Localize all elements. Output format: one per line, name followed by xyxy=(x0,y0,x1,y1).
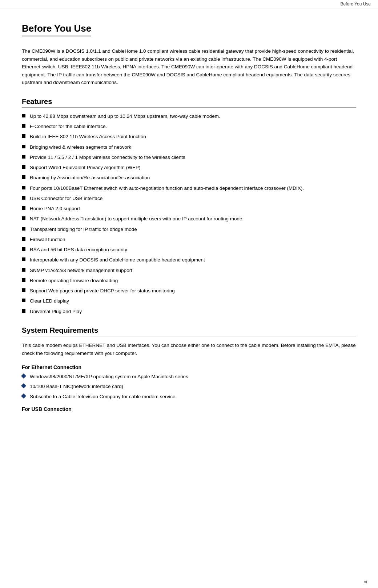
feature-list-item: F-Connector for the cable interface. xyxy=(22,123,356,130)
diamond-icon xyxy=(21,383,26,388)
feature-list-item: RSA and 56 bit DES data encryption secur… xyxy=(22,246,356,253)
feature-list-item: Firewall function xyxy=(22,236,356,243)
feature-item-text: Build-in IEEE 802.11b Wireless Access Po… xyxy=(30,133,146,140)
ethernet-list-item: Subscribe to a Cable Television Company … xyxy=(22,393,356,400)
feature-item-text: Clear LED display xyxy=(30,297,69,305)
feature-list-item: Transparent bridging for IP traffic for … xyxy=(22,226,356,233)
feature-list-item: Four ports 10/100BaseT Ethernet switch w… xyxy=(22,185,356,192)
bullet-icon xyxy=(22,288,25,292)
bullet-icon xyxy=(22,257,25,261)
feature-item-text: Remote operating firmware downloading xyxy=(30,277,118,284)
feature-list-item: Support Web pages and private DHCP serve… xyxy=(22,287,356,295)
ethernet-item-text: 10/100 Base-T NIC(network interface card… xyxy=(30,383,123,390)
feature-item-text: Four ports 10/100BaseT Ethernet switch w… xyxy=(30,185,304,192)
usb-connection-heading: For USB Connection xyxy=(22,406,356,412)
bullet-icon xyxy=(22,196,25,200)
header-title: Before You Use xyxy=(341,1,371,7)
ethernet-list-item: Windows98/2000/NT/ME/XP operating system… xyxy=(22,373,356,380)
bullet-icon xyxy=(22,247,25,251)
feature-list-item: Remote operating firmware downloading xyxy=(22,277,356,284)
intro-paragraph: The CME090W is a DOCSIS 1.0/1.1 and Cabl… xyxy=(22,47,356,87)
feature-item-text: Up to 42.88 Mbps downstream and up to 10… xyxy=(30,113,220,120)
feature-item-text: F-Connector for the cable interface. xyxy=(30,123,107,130)
bullet-icon xyxy=(22,268,25,272)
feature-list-item: Home PNA 2.0 support xyxy=(22,205,356,212)
feature-list-item: Provide 11 / 5.5 / 2 / 1 Mbps wireless c… xyxy=(22,154,356,161)
header-bar: Before You Use xyxy=(0,0,378,8)
ethernet-list-item: 10/100 Base-T NIC(network interface card… xyxy=(22,383,356,390)
features-list: Up to 42.88 Mbps downstream and up to 10… xyxy=(22,113,356,315)
feature-list-item: Up to 42.88 Mbps downstream and up to 10… xyxy=(22,113,356,120)
ethernet-item-text: Windows98/2000/NT/ME/XP operating system… xyxy=(30,373,188,380)
bullet-icon xyxy=(22,309,25,313)
bullet-icon xyxy=(22,134,25,138)
feature-list-item: USB Connector for USB interface xyxy=(22,195,356,202)
bullet-icon xyxy=(22,124,25,128)
bullet-icon xyxy=(22,206,25,210)
bullet-icon xyxy=(22,155,25,159)
bullet-icon xyxy=(22,175,25,179)
feature-item-text: Provide 11 / 5.5 / 2 / 1 Mbps wireless c… xyxy=(30,154,185,161)
bullet-icon xyxy=(22,145,25,148)
bullet-icon xyxy=(22,114,25,117)
feature-item-text: Bridging wired & wireless segments of ne… xyxy=(30,144,131,151)
feature-list-item: Bridging wired & wireless segments of ne… xyxy=(22,144,356,151)
system-requirements-intro: This cable modem equips ETHERNET and USB… xyxy=(22,341,356,357)
feature-item-text: SNMP v1/v2c/v3 network management suppor… xyxy=(30,267,132,274)
bullet-icon xyxy=(22,227,25,231)
feature-item-text: Support Wired Equivalent Privacy Algorit… xyxy=(30,164,141,171)
feature-item-text: NAT (Network Address Translation) to sup… xyxy=(30,215,244,223)
ethernet-item-text: Subscribe to a Cable Television Company … xyxy=(30,393,175,400)
feature-item-text: USB Connector for USB interface xyxy=(30,195,102,202)
feature-list-item: Interoperable with any DOCSIS and CableH… xyxy=(22,256,356,264)
feature-item-text: Firewall function xyxy=(30,236,65,243)
bullet-icon xyxy=(22,237,25,241)
system-requirements-heading: System Requirements xyxy=(22,326,356,336)
bullet-icon xyxy=(22,216,25,220)
feature-list-item: Build-in IEEE 802.11b Wireless Access Po… xyxy=(22,133,356,140)
bullet-icon xyxy=(22,299,25,302)
feature-item-text: Roaming by Association/Re-association/De… xyxy=(30,174,150,181)
main-content: Before You Use The CME090W is a DOCSIS 1… xyxy=(0,8,378,429)
feature-list-item: SNMP v1/v2c/v3 network management suppor… xyxy=(22,267,356,274)
feature-item-text: RSA and 56 bit DES data encryption secur… xyxy=(30,246,127,253)
feature-list-item: Universal Plug and Play xyxy=(22,308,356,315)
bullet-icon xyxy=(22,278,25,282)
ethernet-list: Windows98/2000/NT/ME/XP operating system… xyxy=(22,373,356,400)
feature-item-text: Universal Plug and Play xyxy=(30,308,82,315)
feature-list-item: Support Wired Equivalent Privacy Algorit… xyxy=(22,164,356,171)
feature-item-text: Transparent bridging for IP traffic for … xyxy=(30,226,137,233)
features-heading: Features xyxy=(22,97,356,108)
feature-item-text: Home PNA 2.0 support xyxy=(30,205,80,212)
feature-list-item: Clear LED display xyxy=(22,297,356,305)
diamond-icon xyxy=(21,373,26,379)
footer-page-number: vi xyxy=(364,579,367,584)
bullet-icon xyxy=(22,186,25,189)
diamond-icon xyxy=(21,393,26,399)
feature-list-item: NAT (Network Address Translation) to sup… xyxy=(22,215,356,223)
feature-item-text: Support Web pages and private DHCP serve… xyxy=(30,287,175,295)
ethernet-connection-heading: For Ethernet Connection xyxy=(22,364,356,370)
bullet-icon xyxy=(22,165,25,169)
feature-item-text: Interoperable with any DOCSIS and CableH… xyxy=(30,256,205,264)
page-title: Before You Use xyxy=(22,23,91,36)
feature-list-item: Roaming by Association/Re-association/De… xyxy=(22,174,356,181)
